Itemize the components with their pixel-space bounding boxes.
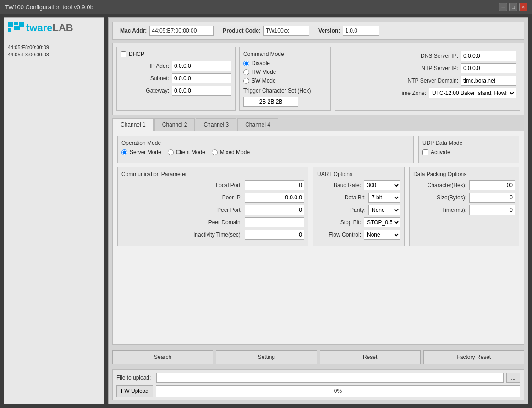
peer-ip-input[interactable]	[245, 193, 304, 203]
mixed-mode-radio[interactable]	[212, 149, 218, 155]
data-pack-title: Data Packing Options	[413, 171, 515, 177]
peer-port-input[interactable]	[245, 205, 304, 215]
file-input[interactable]	[156, 373, 504, 383]
baud-rate-label: Baud Rate:	[334, 182, 361, 188]
tab-channel-3[interactable]: Channel 3	[196, 118, 236, 131]
search-button[interactable]: Search	[112, 350, 213, 364]
time-input[interactable]	[469, 205, 515, 215]
product-code-group: Product Code:	[223, 26, 309, 36]
reset-button[interactable]: Reset	[320, 350, 421, 364]
stop-bit-row: Stop Bit: STOP_0.5STOP_1STOP_1.5STOP_2	[317, 217, 400, 227]
stop-bit-select[interactable]: STOP_0.5STOP_1STOP_1.5STOP_2	[364, 217, 400, 227]
local-port-row: Local Port:	[121, 180, 304, 190]
tab-channel-2[interactable]: Channel 2	[154, 118, 195, 131]
sidebar: twareLAB 44:05:E8:00:00:09 44:05:E8:00:0…	[4, 17, 104, 404]
logo-area: twareLAB	[8, 22, 100, 38]
client-mode-radio[interactable]	[168, 149, 174, 155]
version-label: Version:	[318, 28, 340, 34]
device-item-1[interactable]: 44:05:E8:00:00:09	[8, 44, 100, 51]
logo-icon	[8, 22, 24, 34]
op-mode-radios: Server Mode Client Mode Mixed Mode	[121, 149, 410, 158]
ip-addr-input[interactable]	[172, 61, 231, 71]
data-bit-row: Data Bit: 7 bit8 bit	[317, 193, 400, 203]
subnet-row: Subnet:	[121, 73, 231, 83]
cmd-hw-radio[interactable]	[243, 69, 249, 75]
top-info: Mac Addr: Product Code: Version:	[112, 22, 524, 40]
client-mode-row: Client Mode	[168, 149, 205, 155]
server-mode-radio[interactable]	[121, 149, 127, 155]
peer-domain-input[interactable]	[245, 217, 304, 227]
bottom-buttons: Search Setting Reset Factory Reset	[112, 347, 524, 367]
flow-ctrl-row: Flow Control: NoneRTS/CTSXON/XOFF	[317, 230, 400, 240]
cmd-sw-radio[interactable]	[243, 78, 249, 84]
udp-mode-title: UDP Data Mode	[422, 140, 515, 146]
baud-rate-row: Baud Rate: 30012002400 960019200115200	[317, 180, 400, 190]
timezone-label: Time Zone:	[399, 90, 426, 96]
device-list: 44:05:E8:00:00:09 44:05:E8:00:00:03	[8, 44, 100, 58]
gateway-row: Gateway:	[121, 86, 231, 96]
ip-addr-row: IP Addr:	[121, 61, 231, 71]
data-bit-select[interactable]: 7 bit8 bit	[368, 193, 400, 203]
tab-channel-4[interactable]: Channel 4	[237, 118, 278, 131]
logo-text: twareLAB	[26, 22, 73, 34]
timezone-row: Time Zone: UTC-12:00 Baker Island, Howla	[339, 88, 516, 98]
client-mode-label: Client Mode	[176, 149, 205, 155]
time-row: Time(ms):	[413, 205, 515, 215]
browse-button[interactable]: ...	[506, 373, 520, 383]
svg-rect-0	[8, 22, 13, 27]
local-port-input[interactable]	[245, 180, 304, 190]
timezone-select[interactable]: UTC-12:00 Baker Island, Howla	[429, 88, 516, 98]
stop-bit-label: Stop Bit:	[340, 219, 361, 226]
parity-label: Parity:	[350, 207, 366, 213]
network-section: DHCP IP Addr: Subnet: Gateway: Command M…	[112, 43, 524, 115]
inactivity-input[interactable]	[245, 230, 304, 240]
factory-reset-button[interactable]: Factory Reset	[423, 350, 524, 364]
cmd-disable-radio[interactable]	[243, 61, 249, 66]
dns-row: DNS Server IP:	[339, 51, 516, 61]
comm-section: Communication Parameter Local Port: Peer…	[117, 167, 308, 246]
dhcp-checkbox[interactable]	[121, 51, 126, 57]
udp-activate-row: Activate	[422, 149, 515, 155]
fw-upload-button[interactable]: FW Upload	[116, 385, 153, 397]
ntp-label: NTP Server IP:	[422, 65, 458, 72]
command-mode-title: Command Mode	[243, 51, 327, 57]
char-hex-input[interactable]	[469, 180, 515, 190]
dns-input[interactable]	[461, 51, 516, 61]
dhcp-label: DHCP	[129, 51, 144, 57]
parity-select[interactable]: NoneOddEven	[368, 205, 400, 215]
size-input[interactable]	[469, 193, 515, 203]
minimize-button[interactable]: ─	[499, 3, 507, 11]
version-input[interactable]	[343, 26, 379, 36]
subnet-input[interactable]	[172, 73, 231, 83]
subnet-label: Subnet:	[150, 75, 169, 82]
tab-bar: Channel 1 Channel 2 Channel 3 Channel 4	[113, 118, 524, 131]
flow-ctrl-select[interactable]: NoneRTS/CTSXON/XOFF	[364, 230, 400, 240]
peer-domain-label: Peer Domain:	[208, 219, 242, 226]
mac-addr-label: Mac Addr:	[120, 28, 147, 34]
setting-button[interactable]: Setting	[216, 350, 317, 364]
ntp-domain-label: NTP Server Domain:	[408, 77, 458, 84]
product-code-input[interactable]	[263, 26, 309, 36]
ip-config-panel: DHCP IP Addr: Subnet: Gateway:	[116, 47, 236, 111]
maximize-button[interactable]: □	[509, 3, 517, 11]
ntp-domain-row: NTP Server Domain:	[339, 76, 516, 86]
uart-title: UART Options	[317, 171, 400, 177]
close-button[interactable]: ✕	[519, 3, 527, 11]
baud-rate-select[interactable]: 30012002400 960019200115200	[364, 180, 400, 190]
gateway-input[interactable]	[172, 86, 231, 96]
peer-ip-row: Peer IP:	[121, 193, 304, 203]
peer-port-row: Peer Port:	[121, 205, 304, 215]
product-code-label: Product Code:	[223, 28, 261, 34]
uart-section: UART Options Baud Rate: 30012002400 9600…	[313, 167, 405, 246]
mixed-mode-label: Mixed Mode	[220, 149, 250, 155]
window-controls: ─ □ ✕	[499, 3, 527, 11]
device-item-2[interactable]: 44:05:E8:00:00:03	[8, 51, 100, 58]
tab-channel-1[interactable]: Channel 1	[113, 118, 154, 131]
progress-text: 0%	[334, 388, 342, 394]
trigger-input[interactable]	[243, 97, 298, 107]
ntp-input[interactable]	[461, 63, 516, 73]
udp-activate-checkbox[interactable]	[422, 149, 428, 155]
ntp-row: NTP Server IP:	[339, 63, 516, 73]
ntp-domain-input[interactable]	[461, 76, 516, 86]
mac-addr-input[interactable]	[149, 26, 214, 36]
